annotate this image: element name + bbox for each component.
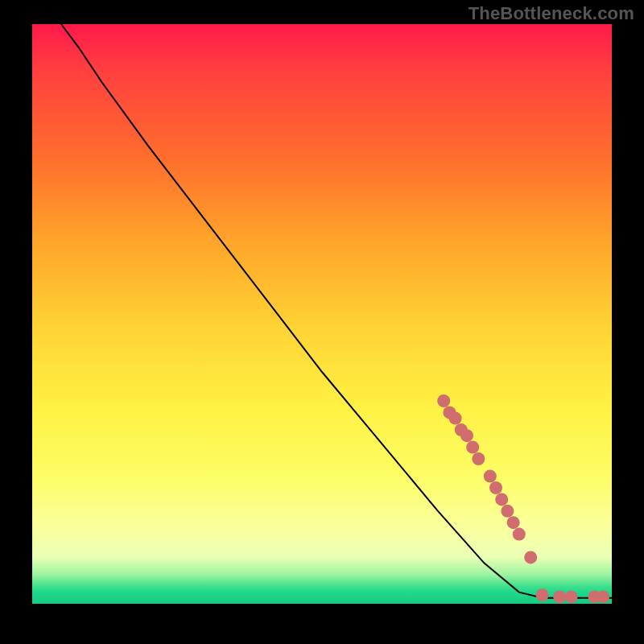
data-point [536,588,549,601]
data-point [597,590,609,603]
data-point [565,590,578,603]
chart-frame: TheBottleneck.com [0,0,644,644]
data-point [495,493,508,506]
attribution-text: TheBottleneck.com [469,3,634,24]
data-points [437,394,609,603]
chart-svg [32,24,612,604]
data-point [449,412,462,425]
data-point [437,394,450,407]
data-point [524,551,537,564]
data-point [466,441,479,454]
data-point [472,452,485,465]
plot-area [32,24,612,604]
data-point [489,481,502,494]
data-point [460,429,473,442]
data-point [501,505,514,518]
data-point [553,590,566,603]
data-point [507,516,520,529]
data-point [484,470,497,483]
trend-line [61,24,612,598]
data-point [513,528,526,541]
